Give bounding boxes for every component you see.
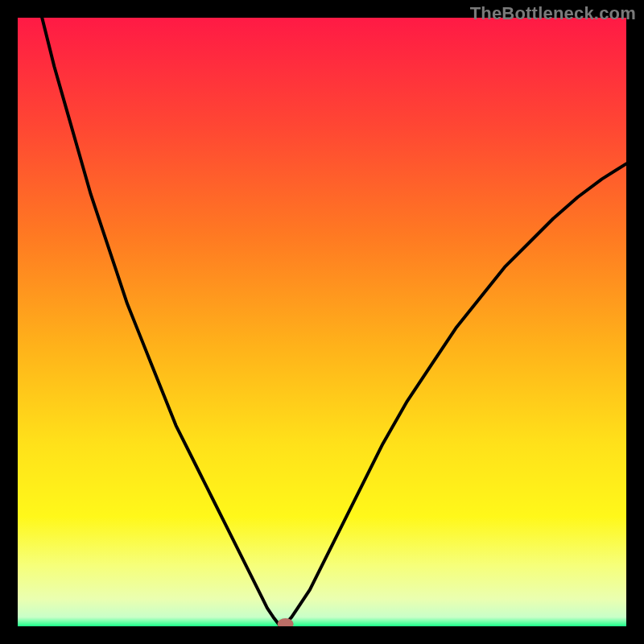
gradient-background (18, 18, 626, 626)
chart-svg (18, 18, 626, 626)
plot-area (18, 18, 626, 626)
chart-frame: TheBottleneck.com (0, 0, 644, 644)
watermark-text: TheBottleneck.com (470, 3, 636, 24)
